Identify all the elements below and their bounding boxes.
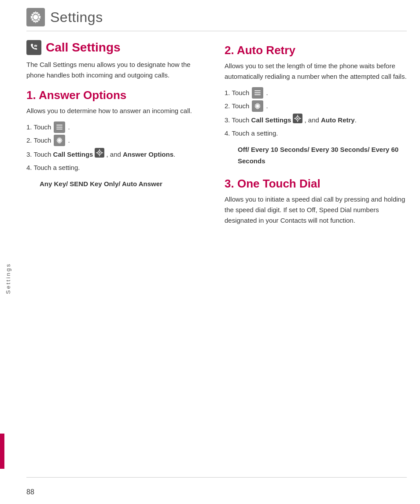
answer-options-intro: Allows you to determine how to answer an… <box>26 106 203 116</box>
call-settings-icon-r3 <box>293 114 302 123</box>
right-column: 2. Auto Retry Allows you to set the leng… <box>216 40 407 231</box>
bottom-divider <box>26 477 407 478</box>
auto-retry-steps: 1. Touch . 2. Touch . 3. Touch Call Sett… <box>225 87 407 139</box>
page-title: Settings <box>50 9 103 26</box>
sidebar-accent-bar <box>0 434 4 469</box>
gear-icon-svg <box>29 11 42 23</box>
auto-retry-options-block: Off/ Every 10 Seconds/ Every 30 Seconds/… <box>238 144 407 166</box>
svg-point-10 <box>99 152 100 154</box>
svg-rect-4 <box>57 125 63 125</box>
one-touch-dial-intro: Allows you to initiate a speed dial call… <box>225 194 407 226</box>
retry-step-3-suffix: , and Auto Retry. <box>304 114 356 126</box>
step-2-period: . <box>68 135 70 146</box>
svg-rect-17 <box>255 94 261 95</box>
svg-point-3 <box>33 44 38 48</box>
retry-step-2-number: 2. Touch <box>225 100 249 112</box>
answer-step-4: 4. Touch a setting. <box>26 162 203 173</box>
retry-step-3-prefix: 3. Touch Call Settings <box>225 114 291 126</box>
retry-step-1: 1. Touch . <box>225 87 407 99</box>
retry-step-1-number: 1. Touch <box>225 87 249 99</box>
sidebar-label: Settings <box>5 210 11 294</box>
settings-icon <box>26 8 45 26</box>
one-touch-dial-title: 3. One Touch Dial <box>225 177 407 191</box>
svg-rect-16 <box>255 92 261 93</box>
auto-retry-title: 2. Auto Retry <box>225 44 407 57</box>
answer-options-values: Any Key/ SEND Key Only/ Auto Answer <box>40 180 162 188</box>
step-4-text: 4. Touch a setting. <box>26 162 80 173</box>
step-2-number: 2. Touch <box>26 135 51 146</box>
retry-step-1-period: . <box>266 87 268 99</box>
retry-step-2: 2. Touch . <box>225 100 407 112</box>
call-settings-intro: The Call Settings menu allows you to des… <box>26 59 203 81</box>
settings-icon-2 <box>54 135 65 146</box>
svg-rect-15 <box>255 90 261 91</box>
answer-options-title: 1. Answer Options <box>26 88 203 102</box>
answer-options-block: Any Key/ SEND Key Only/ Auto Answer <box>40 178 203 190</box>
step-1-period: . <box>68 121 70 133</box>
auto-retry-values: Off/ Every 10 Seconds/ Every 30 Seconds/… <box>238 146 398 165</box>
call-settings-icon-3 <box>95 148 104 158</box>
step-1-number: 1. Touch <box>26 121 51 133</box>
svg-rect-6 <box>57 129 63 129</box>
step-3-suffix: , and Answer Options. <box>106 149 175 160</box>
auto-retry-intro: Allows you to set the length of time the… <box>225 61 407 82</box>
retry-step-3: 3. Touch Call Settings , and Auto Retry. <box>225 114 407 126</box>
answer-step-3: 3. Touch Call Settings , and Answer Opti… <box>26 148 203 160</box>
answer-step-1: 1. Touch . <box>26 121 203 133</box>
page-header: Settings <box>0 0 420 31</box>
call-icon-svg <box>29 42 39 53</box>
retry-step-2-period: . <box>266 100 268 112</box>
menu-icon-1 <box>54 121 65 133</box>
call-settings-title: Call Settings <box>46 40 121 55</box>
svg-rect-5 <box>57 127 63 128</box>
sidebar: Settings <box>0 0 16 504</box>
main-content: Call Settings The Call Settings menu all… <box>0 31 420 240</box>
menu-icon-r1 <box>252 87 263 99</box>
step-3-prefix: 3. Touch Call Settings <box>26 149 93 160</box>
left-column: Call Settings The Call Settings menu all… <box>26 40 216 231</box>
retry-step-4-text: 4. Touch a setting. <box>225 128 278 139</box>
call-settings-header-icon <box>26 40 41 55</box>
call-settings-header: Call Settings <box>26 40 203 55</box>
svg-point-21 <box>297 118 298 119</box>
answer-step-2: 2. Touch . <box>26 135 203 146</box>
settings-icon-r2 <box>252 100 263 112</box>
answer-options-steps: 1. Touch . 2. Touch . 3. Touch Call Sett… <box>26 121 203 173</box>
page-number: 88 <box>26 488 34 496</box>
retry-step-4: 4. Touch a setting. <box>225 128 407 139</box>
svg-rect-2 <box>29 42 39 53</box>
